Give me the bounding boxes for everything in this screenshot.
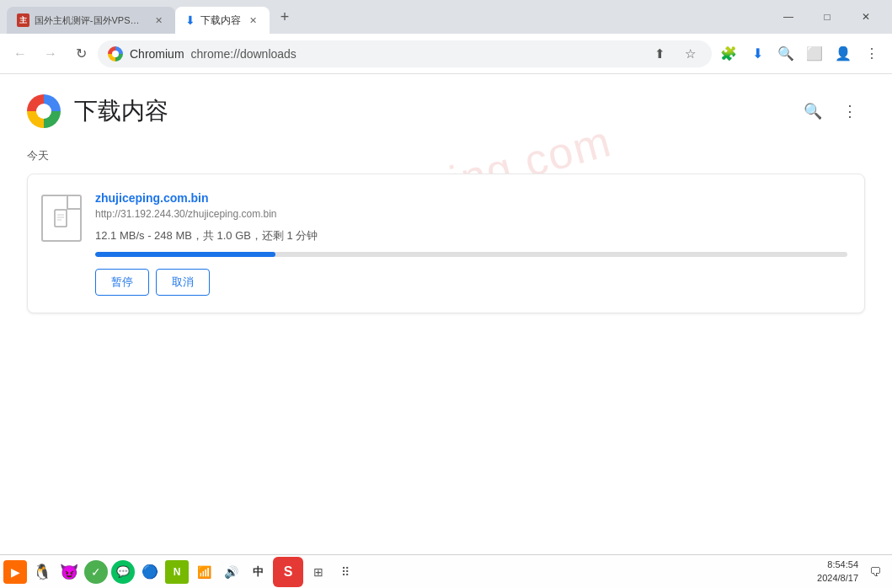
tab-inactive[interactable]: 主 国外主机测评-国外VPS、国... ✕: [7, 7, 175, 34]
reload-button[interactable]: ↻: [67, 40, 94, 67]
datetime-display: 8:54:54 2024/8/17: [817, 559, 858, 585]
back-button[interactable]: ←: [7, 40, 34, 67]
file-icon: [41, 195, 82, 242]
taskbar-app-icon-media[interactable]: ▶: [3, 560, 27, 584]
taskbar-app-icon-penguin[interactable]: 🐧: [30, 560, 54, 584]
tab-inactive-label: 国外主机测评-国外VPS、国...: [35, 14, 147, 27]
download-info: zhujiceping.com.bin http://31.192.244.30…: [95, 191, 847, 296]
page-header-actions: 🔍 ⋮: [798, 96, 865, 126]
browser-name-label: Chromium: [130, 47, 184, 61]
taskbar-grid-icon[interactable]: ⊞: [307, 560, 330, 584]
section-today-label: 今天: [27, 148, 865, 163]
menu-icon[interactable]: ⋮: [858, 40, 885, 67]
close-button[interactable]: ✕: [847, 3, 885, 30]
progress-bar-fill: [95, 252, 275, 257]
download-tab-icon: ⬇: [185, 13, 195, 27]
download-actions: 暂停 取消: [95, 269, 847, 296]
tab-active[interactable]: ⬇ 下载内容 ✕: [175, 7, 270, 34]
taskbar-right: 8:54:54 2024/8/17 🗨: [817, 559, 885, 585]
tab-favicon-inactive: 主: [17, 13, 29, 27]
address-input-wrap[interactable]: Chromium chrome://downloads ⬆ ☆: [98, 40, 712, 67]
download-filename: zhujiceping.com.bin: [95, 191, 847, 205]
title-bar: 主 国外主机测评-国外VPS、国... ✕ ⬇ 下载内容 ✕ + — □ ✕: [0, 0, 892, 34]
page-header: 下载内容 🔍 ⋮: [27, 94, 865, 128]
taskbar-app-icon-bluetooth[interactable]: 🔵: [138, 560, 162, 584]
taskbar-app-icon-game[interactable]: 😈: [57, 560, 81, 584]
share-icon[interactable]: ⬆: [648, 42, 671, 66]
taskbar-app-icon-wechat[interactable]: 💬: [111, 560, 135, 584]
taskbar-app-icon-check[interactable]: ✓: [84, 560, 108, 584]
date-display: 2024/8/17: [817, 572, 858, 585]
progress-bar-wrap: [95, 252, 847, 257]
page-content: zhujiceping.com 下载内容 🔍 ⋮ 今天 zhujiceping.…: [0, 74, 892, 554]
taskbar-left: ▶ 🐧 😈 ✓ 💬 🔵 N 📶 🔊 中 S ⊞ ⠿: [3, 557, 357, 587]
cancel-button[interactable]: 取消: [156, 269, 210, 296]
tab-active-label: 下载内容: [200, 13, 241, 28]
download-status: 12.1 MB/s - 248 MB，共 1.0 GB，还剩 1 分钟: [95, 228, 847, 243]
download-url: http://31.192.244.30/zhujiceping.com.bin: [95, 208, 847, 220]
taskbar-app-icon-network[interactable]: 📶: [192, 560, 216, 584]
tab-active-close[interactable]: ✕: [246, 13, 259, 27]
page-title: 下载内容: [74, 95, 168, 127]
taskbar-app-icon-nvidia[interactable]: N: [165, 560, 189, 584]
downloads-icon[interactable]: ⬇: [744, 40, 771, 67]
window-controls: — □ ✕: [762, 0, 892, 34]
taskbar-app-icon-volume[interactable]: 🔊: [219, 560, 243, 584]
profile-icon[interactable]: 👤: [830, 40, 857, 67]
notification-button[interactable]: 🗨: [865, 562, 885, 582]
pause-button[interactable]: 暂停: [95, 269, 149, 296]
page-chromium-logo: [27, 94, 61, 128]
taskbar-apps-icon[interactable]: ⠿: [334, 560, 357, 584]
sogou-icon[interactable]: S: [273, 557, 303, 587]
address-url: chrome://downloads: [191, 47, 296, 61]
input-method-icon[interactable]: 中: [246, 560, 270, 584]
tab-inactive-close[interactable]: ✕: [152, 13, 165, 27]
chromium-icon: [108, 46, 123, 61]
minimize-button[interactable]: —: [769, 3, 808, 30]
search-toolbar-icon[interactable]: 🔍: [772, 40, 799, 67]
svg-rect-0: [55, 210, 67, 227]
split-screen-icon[interactable]: ⬜: [801, 40, 828, 67]
time-display: 8:54:54: [817, 559, 858, 571]
download-card: zhujiceping.com.bin http://31.192.244.30…: [27, 174, 865, 313]
extensions-icon[interactable]: 🧩: [715, 40, 742, 67]
taskbar: ▶ 🐧 😈 ✓ 💬 🔵 N 📶 🔊 中 S ⊞ ⠿ 8:54:54 2024/8…: [0, 554, 892, 588]
page-title-group: 下载内容: [27, 94, 168, 128]
tab-group: 主 国外主机测评-国外VPS、国... ✕ ⬇ 下载内容 ✕ +: [0, 0, 762, 34]
restore-button[interactable]: □: [808, 3, 847, 30]
page-search-button[interactable]: 🔍: [798, 96, 828, 126]
forward-button[interactable]: →: [37, 40, 64, 67]
new-tab-button[interactable]: +: [273, 5, 296, 29]
toolbar-right: 🧩 ⬇ 🔍 ⬜ 👤 ⋮: [715, 40, 885, 67]
address-bar: ← → ↻ Chromium chrome://downloads ⬆ ☆ 🧩 …: [0, 34, 892, 74]
bookmark-icon[interactable]: ☆: [678, 42, 702, 66]
page-menu-button[interactable]: ⋮: [835, 96, 865, 126]
